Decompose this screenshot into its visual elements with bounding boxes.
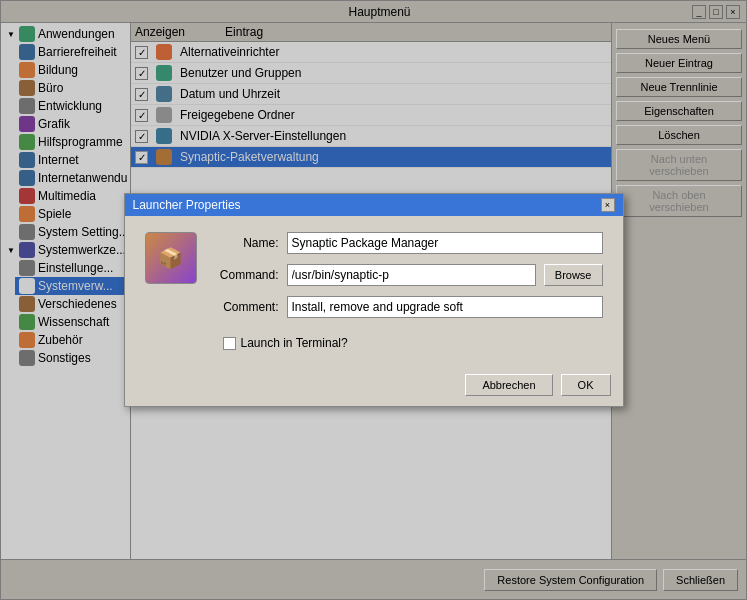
terminal-row: Launch in Terminal?: [145, 336, 603, 350]
comment-input[interactable]: [287, 296, 603, 318]
name-row: Name:: [209, 232, 603, 254]
command-row: Command: Browse: [209, 264, 603, 286]
launcher-icon[interactable]: 📦: [145, 232, 197, 284]
terminal-checkbox[interactable]: [223, 337, 236, 350]
dialog-title: Launcher Properties: [133, 198, 241, 212]
ok-button[interactable]: OK: [561, 374, 611, 396]
dialog-close-button[interactable]: ×: [601, 198, 615, 212]
name-input[interactable]: [287, 232, 603, 254]
dialog-title-bar: Launcher Properties ×: [125, 194, 623, 216]
dialog-footer: Abbrechen OK: [125, 370, 623, 406]
comment-row: Comment:: [209, 296, 603, 318]
terminal-label: Launch in Terminal?: [241, 336, 348, 350]
command-label: Command:: [209, 268, 279, 282]
comment-label: Comment:: [209, 300, 279, 314]
cancel-button[interactable]: Abbrechen: [465, 374, 552, 396]
command-input[interactable]: [287, 264, 536, 286]
browse-button[interactable]: Browse: [544, 264, 603, 286]
modal-overlay: Launcher Properties × 📦 Name:: [0, 0, 747, 600]
launcher-properties-dialog: Launcher Properties × 📦 Name:: [124, 193, 624, 407]
dialog-body: 📦 Name: Command: Browse: [125, 216, 623, 370]
name-label: Name:: [209, 236, 279, 250]
